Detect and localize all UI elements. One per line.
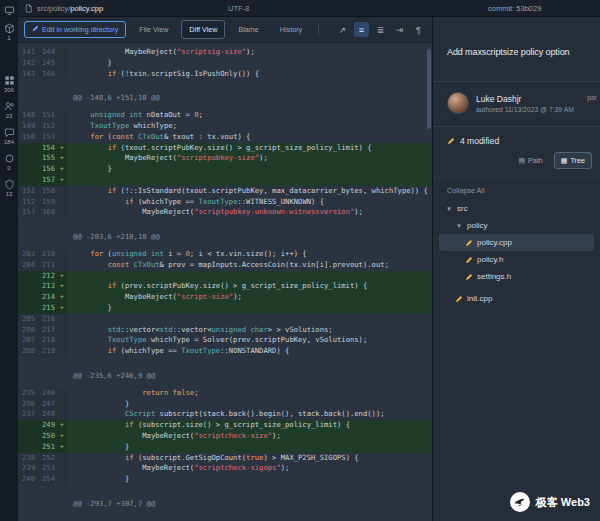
diff-row[interactable]: 156+ } <box>18 164 432 175</box>
diff-row[interactable]: 249+ if (subscript.size() > g_script_siz… <box>18 420 432 431</box>
line-number-new: 219 <box>38 346 58 357</box>
code-line: } <box>67 399 129 410</box>
diff-row[interactable]: 213+ if (prev.scriptPubKey.size() > g_sc… <box>18 281 432 292</box>
tree-item-policy.h[interactable]: policy.h <box>439 251 594 268</box>
line-number-gutter[interactable]: 207218 <box>18 335 67 346</box>
package-icon[interactable]: 1 <box>4 23 15 42</box>
diff-row[interactable]: 141144 MaybeReject("scriptsig-size"); <box>18 47 432 58</box>
line-number-gutter[interactable]: 249+ <box>18 420 67 431</box>
diff-row[interactable]: 214+ MaybeReject("script-size"); <box>18 292 432 303</box>
line-number-gutter[interactable]: 251+ <box>18 442 67 453</box>
diff-row[interactable]: 235246 return false; <box>18 388 432 399</box>
diff-row[interactable]: 157+ <box>18 175 432 186</box>
whitespace-icon[interactable]: ⇥ <box>392 22 407 37</box>
tab-diff-view[interactable]: Diff View <box>181 20 225 39</box>
diff-row[interactable]: 206217 std::vector<std::vector<unsigned … <box>18 325 432 336</box>
tree-item-settings.h[interactable]: settings.h <box>439 268 594 285</box>
diff-row[interactable]: 143146 if (!txin.scriptSig.IsPushOnly())… <box>18 69 432 80</box>
line-number-gutter[interactable]: 239253 <box>18 463 67 474</box>
diff-row[interactable]: 240254 } <box>18 474 432 485</box>
line-number-gutter[interactable]: 151158 <box>18 186 67 197</box>
tree-item-src[interactable]: ▾src <box>439 200 594 217</box>
added-plus-marker <box>58 186 66 197</box>
diff-row[interactable]: 239253 MaybeReject("scriptcheck-sigops")… <box>18 463 432 474</box>
diff-row[interactable]: 238252 if (subscript.GetSigOpCount(true)… <box>18 453 432 464</box>
chat-icon[interactable]: 184 <box>4 127 15 146</box>
diff-row[interactable]: 215+ } <box>18 303 432 314</box>
diff-row[interactable]: 203210 for (unsigned int i = 0; i < tx.v… <box>18 249 432 260</box>
edit-in-working-directory-button[interactable]: Edit in working directory <box>24 21 126 38</box>
diff-row[interactable]: 212+ <box>18 271 432 282</box>
line-number-gutter[interactable]: 214+ <box>18 292 67 303</box>
line-number-gutter[interactable]: 142145 <box>18 58 67 69</box>
diff-row[interactable]: 153160 MaybeReject("scriptpubkey-unknown… <box>18 207 432 218</box>
line-number-gutter[interactable]: 206217 <box>18 325 67 336</box>
diff-scrollbar[interactable] <box>427 49 431 129</box>
diff-row[interactable]: 152159 if (whichType == TxoutType::WITNE… <box>18 197 432 208</box>
apps-icon[interactable]: 306 <box>4 75 15 94</box>
line-number-gutter[interactable]: 238252 <box>18 453 67 464</box>
diff-row[interactable]: 149152 TxoutType whichType; <box>18 121 432 132</box>
monitor-icon <box>4 5 15 16</box>
line-number-gutter[interactable]: 205216 <box>18 314 67 325</box>
diff-row[interactable]: 142145 } <box>18 58 432 69</box>
line-number-gutter[interactable]: 204211 <box>18 260 67 271</box>
word-wrap-icon[interactable]: ≡ <box>354 22 369 37</box>
tree-item-init.cpp[interactable]: init.cpp <box>439 290 594 307</box>
diff-row[interactable]: 148151 unsigned int nDataOut = 0; <box>18 110 432 121</box>
history-button[interactable]: History <box>272 20 310 39</box>
line-number-gutter[interactable]: 212+ <box>18 271 67 282</box>
diff-row[interactable]: 237248 CScript subscript(stack.back().be… <box>18 409 432 420</box>
diff-row[interactable]: 154+ if (txout.scriptPubKey.size() > g_s… <box>18 143 432 154</box>
line-number-gutter[interactable]: 250+ <box>18 431 67 442</box>
blame-button[interactable]: Blame <box>230 20 266 39</box>
line-number-gutter[interactable]: 154+ <box>18 143 67 154</box>
open-external-icon[interactable]: ↗ <box>335 22 350 37</box>
monitor-icon[interactable] <box>4 5 15 16</box>
pilcrow-icon[interactable]: ¶ <box>411 22 426 37</box>
line-number-gutter[interactable]: 235246 <box>18 388 67 399</box>
tree-item-policy[interactable]: ▾policy <box>439 217 594 234</box>
line-number-gutter[interactable]: 152159 <box>18 197 67 208</box>
line-number-gutter[interactable]: 150153 <box>18 132 67 143</box>
tree-item-policy.cpp[interactable]: policy.cpp <box>439 234 594 251</box>
line-number-gutter[interactable]: 240254 <box>18 474 67 485</box>
diff-row[interactable]: 204211 const CTxOut& prev = mapInputs.Ac… <box>18 260 432 271</box>
collapse-all-button[interactable]: Collapse All <box>433 178 600 200</box>
chevron-down-icon[interactable]: ▾ <box>445 205 453 213</box>
diff-row[interactable]: 208219 if (whichType == TxoutType::NONST… <box>18 346 432 357</box>
line-number-gutter[interactable]: 237248 <box>18 409 67 420</box>
line-number-gutter[interactable]: 208219 <box>18 346 67 357</box>
line-number-gutter[interactable]: 155+ <box>18 153 67 164</box>
encoding-selector[interactable]: UTF-8 <box>228 4 249 13</box>
users-icon[interactable]: 23 <box>4 101 15 120</box>
line-number-gutter[interactable]: 157+ <box>18 175 67 186</box>
path-view-button[interactable]: ▤ Path <box>511 152 549 169</box>
diff-row[interactable]: 151158 if (!::IsStandard(txout.scriptPub… <box>18 186 432 197</box>
line-number-gutter[interactable]: 236247 <box>18 399 67 410</box>
shield-icon[interactable]: 13 <box>4 179 15 198</box>
line-number-gutter[interactable]: 141144 <box>18 47 67 58</box>
diff-row[interactable]: 250+ MaybeReject("scriptcheck-size"); <box>18 431 432 442</box>
chevron-down-icon[interactable]: ▾ <box>455 222 463 230</box>
line-number-gutter[interactable]: 203210 <box>18 249 67 260</box>
avatar[interactable] <box>447 92 469 114</box>
line-number-old: 142 <box>18 58 38 69</box>
diff-row[interactable]: 150153 for (const CTxOut& txout : tx.vou… <box>18 132 432 143</box>
tab-file-view[interactable]: File View <box>131 20 176 39</box>
line-number-gutter[interactable]: 149152 <box>18 121 67 132</box>
diff-row[interactable]: 205216 <box>18 314 432 325</box>
line-number-gutter[interactable]: 148151 <box>18 110 67 121</box>
line-numbers-icon[interactable]: ≣ <box>373 22 388 37</box>
pin-icon[interactable]: 0 <box>4 153 15 172</box>
line-number-gutter[interactable]: 143146 <box>18 69 67 80</box>
diff-row[interactable]: 155+ MaybeReject("scriptpubkey-size"); <box>18 153 432 164</box>
diff-row[interactable]: 251+ } <box>18 442 432 453</box>
diff-row[interactable]: 236247 } <box>18 399 432 410</box>
line-number-gutter[interactable]: 153160 <box>18 207 67 218</box>
line-number-gutter[interactable]: 213+ <box>18 281 67 292</box>
line-number-gutter[interactable]: 156+ <box>18 164 67 175</box>
diff-row[interactable]: 207218 TxoutType whichType = Solver(prev… <box>18 335 432 346</box>
tree-view-button[interactable]: ▦ Tree <box>554 152 592 169</box>
line-number-gutter[interactable]: 215+ <box>18 303 67 314</box>
